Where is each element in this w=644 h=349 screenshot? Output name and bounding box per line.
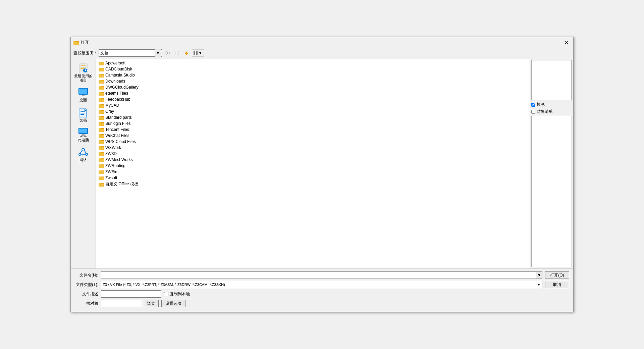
folder-icon [99, 133, 104, 138]
object-list-checkbox[interactable] [531, 110, 535, 114]
file-item-name: Oray [105, 109, 114, 114]
svg-rect-12 [196, 53, 198, 55]
svg-rect-81 [99, 141, 104, 144]
svg-rect-31 [81, 135, 86, 136]
filetype-value: Z3 / VX File (*.Z3; *.VX; *.Z3PRT; *.Z3A… [103, 283, 225, 287]
list-item[interactable]: 自定义 Office 模板 [96, 181, 530, 187]
svg-rect-30 [82, 134, 85, 135]
title-bar: 打开 ✕ [71, 37, 573, 47]
svg-rect-75 [99, 129, 104, 132]
browse-button[interactable]: 浏览 [144, 300, 159, 307]
forward-icon [175, 51, 179, 55]
view-button[interactable]: ▼ [192, 49, 204, 57]
sidebar-item-desktop-label: 桌面 [79, 98, 87, 102]
sidebar-item-documents[interactable]: 文档 [71, 105, 95, 124]
back-button[interactable] [164, 49, 172, 57]
svg-rect-96 [99, 171, 104, 174]
folder-icon [99, 60, 104, 66]
list-item[interactable]: ZWSim [96, 169, 530, 175]
root-obj-input[interactable] [101, 300, 141, 307]
list-item[interactable]: ZWMeshWorks [96, 157, 530, 163]
list-item[interactable]: Tencent Files [96, 127, 530, 133]
list-item[interactable]: Standard parts [96, 114, 530, 120]
file-item-name: Sunlogin Files [105, 121, 130, 126]
svg-rect-16 [80, 68, 85, 69]
sidebar-item-documents-label: 文档 [79, 118, 87, 122]
preview-checkbox[interactable] [531, 103, 535, 107]
file-item-name: ZWRouting [105, 163, 125, 168]
file-list-area: ApowersoftCADCloudDiskCamtasia StudioDow… [96, 59, 530, 268]
settings-button[interactable]: 设置选项 [161, 300, 185, 307]
list-item[interactable]: Sunlogin Files [96, 120, 530, 127]
sidebar-item-desktop[interactable]: 桌面 [71, 85, 95, 104]
file-item-name: eteams Files [105, 91, 128, 96]
copy-local-checkbox[interactable] [164, 292, 168, 296]
bottom-area: 文件名(N): ▼ 打开(O) 文件类型(T): Z3 / VX File (*… [71, 268, 573, 312]
folder-icon [99, 72, 104, 78]
folder-icon [99, 127, 104, 132]
list-item[interactable]: Apowersoft [96, 60, 530, 66]
preview-image-box [531, 60, 572, 100]
svg-line-38 [85, 151, 86, 153]
location-select[interactable]: 文档 ▼ [99, 49, 162, 57]
sidebar-item-network[interactable]: 网络 [71, 145, 95, 164]
list-item[interactable]: Zwsoft [96, 175, 530, 181]
open-button[interactable]: 打开(O) [545, 271, 569, 279]
file-item-name: WeChat Files [105, 133, 129, 138]
svg-rect-26 [80, 113, 85, 113]
list-item[interactable]: WXWork [96, 145, 530, 151]
open-dialog: 打开 ✕ 查找范围(I)： 文档 ▼ [70, 37, 574, 312]
sidebar-item-recent[interactable]: 最近使用的项目 [71, 61, 95, 84]
list-item[interactable]: Camtasia Studio [96, 72, 530, 78]
svg-point-35 [79, 153, 81, 155]
list-item[interactable]: CADCloudDisk [96, 66, 530, 72]
svg-rect-57 [99, 93, 104, 96]
svg-rect-22 [81, 96, 86, 96]
filedesc-input[interactable] [101, 290, 161, 298]
filetype-label: 文件类型(T): [75, 282, 98, 288]
up-button[interactable] [182, 49, 191, 57]
svg-marker-4 [167, 52, 168, 54]
cancel-button[interactable]: 取消 [545, 281, 569, 288]
list-item[interactable]: WeChat Files [96, 133, 530, 139]
svg-rect-87 [99, 153, 104, 156]
file-item-name: ZW3D [105, 151, 117, 156]
filename-dropdown-button[interactable]: ▼ [536, 271, 542, 279]
documents-icon [78, 107, 89, 117]
computer-icon [78, 127, 89, 137]
list-item[interactable]: Oray [96, 108, 530, 114]
folder-icon [99, 175, 104, 181]
list-item[interactable]: ZWRouting [96, 163, 530, 169]
file-item-name: MyCAD [105, 103, 119, 108]
recent-icon [78, 62, 89, 73]
svg-rect-45 [99, 68, 104, 71]
sidebar-item-computer[interactable]: 此电脑 [71, 125, 95, 144]
close-button[interactable]: ✕ [562, 40, 571, 46]
sidebar-item-recent-label: 最近使用的项目 [72, 74, 94, 83]
folder-icon [99, 115, 104, 120]
svg-line-37 [80, 151, 82, 153]
list-item[interactable]: WPS Cloud Files [96, 139, 530, 145]
list-item[interactable]: eteams Files [96, 90, 530, 96]
svg-rect-60 [99, 99, 104, 102]
folder-icon [99, 139, 104, 144]
filetype-input-wrapper: Z3 / VX File (*.Z3; *.VX; *.Z3PRT; *.Z3A… [101, 281, 542, 288]
list-item[interactable]: Downloads [96, 78, 530, 84]
svg-rect-54 [99, 87, 104, 90]
forward-button[interactable] [173, 49, 181, 57]
svg-rect-51 [99, 81, 104, 84]
svg-rect-42 [99, 62, 104, 65]
location-dropdown-button[interactable]: ▼ [155, 49, 161, 57]
folder-icon [99, 121, 104, 126]
folder-icon [99, 103, 104, 108]
list-item[interactable]: ZW3D [96, 151, 530, 157]
sidebar: 最近使用的项目 桌面 [71, 59, 96, 268]
filetype-select[interactable]: Z3 / VX File (*.Z3; *.VX; *.Z3PRT; *.Z3A… [101, 281, 542, 288]
folder-icon [99, 169, 104, 174]
list-item[interactable]: DWGCloudGallery [96, 84, 530, 90]
file-item-name: 自定义 Office 模板 [105, 181, 138, 187]
filename-input[interactable] [101, 271, 536, 279]
list-item[interactable]: MyCAD [96, 102, 530, 108]
list-item[interactable]: FeedbackHub [96, 96, 530, 102]
filetype-row: 文件类型(T): Z3 / VX File (*.Z3; *.VX; *.Z3P… [75, 281, 569, 288]
